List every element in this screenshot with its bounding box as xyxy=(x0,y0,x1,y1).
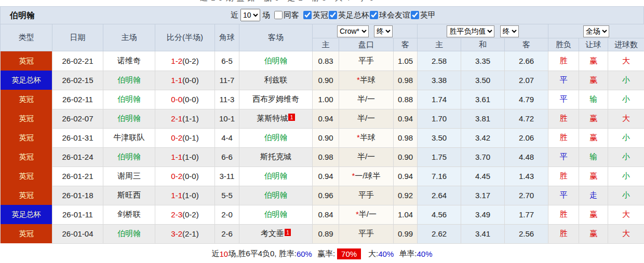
league-checkbox-yingguan[interactable] xyxy=(303,11,312,19)
handicap-text: 半球 xyxy=(360,133,375,142)
sub-header-let: 让球 xyxy=(579,38,608,51)
result-goals: 小 xyxy=(608,90,644,109)
league-checkbox-yingjia[interactable] xyxy=(411,11,419,19)
fulltime-score: 1-1 xyxy=(171,153,182,161)
same-opponent-label: 同客 xyxy=(284,10,299,20)
result-goals: 大 xyxy=(608,51,644,71)
result-wdl: 平 xyxy=(548,90,579,109)
col-header-corner: 角球 xyxy=(215,24,239,51)
league-label-yingguan: 英冠 xyxy=(313,10,328,20)
halftime-score: (2-1) xyxy=(182,229,199,238)
corners: 4-4 xyxy=(215,128,239,147)
table-row: 英冠 26-01-04 伯明翰 3-2(2-1) 2-6 考文垂1 0.89 平… xyxy=(1,224,644,243)
fulltime-score: 0-0 xyxy=(171,95,182,104)
league-checkbox-friendly[interactable] xyxy=(370,11,378,19)
recent-label: 近 xyxy=(231,10,238,20)
away-team-name: 利兹联 xyxy=(264,75,288,84)
odds-away: 0.94 xyxy=(394,109,418,128)
handicap-rate-label: 赢率: xyxy=(317,249,335,259)
odds-away: 0.98 xyxy=(394,71,418,90)
league-badge: 英冠 xyxy=(1,167,52,186)
corners: 5-5 xyxy=(215,186,239,205)
match-count-select[interactable]: 10 xyxy=(240,9,260,21)
result-goals: 小 xyxy=(608,71,644,90)
league-checkbox-facup[interactable] xyxy=(329,11,337,19)
odds-home: 0.94 xyxy=(313,109,339,128)
match-date: 26-01-04 xyxy=(52,224,103,243)
odds-time-select[interactable]: 终 xyxy=(374,25,393,37)
home-team: 剑桥联 xyxy=(103,205,155,224)
table-row: 英足总杯 26-01-11 剑桥联 2-3(0-2) 2-0 伯明翰 0.84 … xyxy=(1,205,644,224)
scope-select[interactable]: 全场 xyxy=(583,25,609,37)
home-team: 伯明翰 xyxy=(103,147,155,167)
table-row: 英冠 26-02-11 伯明翰 0-0(0-0) 11-3 西布罗姆维奇 1.0… xyxy=(1,90,644,109)
halftime-score: (1-1) xyxy=(182,114,199,123)
away-team: 考文垂1 xyxy=(239,224,313,243)
home-team: 谢周三 xyxy=(103,167,155,186)
league-badge: 英足总杯 xyxy=(1,71,52,90)
odds-source-select[interactable]: Crow* xyxy=(337,25,369,37)
handicap: 平手 xyxy=(339,51,394,71)
halftime-score: (0-0) xyxy=(182,76,199,85)
odds-away: 1.04 xyxy=(394,205,418,224)
fulltime-score: 2-3 xyxy=(171,210,182,219)
team-title: 伯明翰 xyxy=(10,10,35,21)
sub-header-odds-home: 主 xyxy=(313,38,339,51)
sub-header-odds-away: 客 xyxy=(394,38,418,51)
corners: 6-6 xyxy=(215,147,239,167)
avg-home: 4.56 xyxy=(418,205,461,224)
away-team-name: 考文垂 xyxy=(261,229,284,238)
avg-home: 1.70 xyxy=(418,109,461,128)
col-header-score: 比分(半场) xyxy=(155,24,215,51)
handicap: *半球 xyxy=(339,128,394,147)
handicap-text: 一/球半 xyxy=(355,171,380,180)
rank-badge: 1 xyxy=(288,114,294,121)
home-team: 伯明翰 xyxy=(103,90,155,109)
avg-draw: 3.81 xyxy=(461,109,505,128)
table-row: 英冠 26-01-24 伯明翰 1-1(1-0) 6-6 斯托克城 0.98 半… xyxy=(1,147,644,167)
avg-draw: 3.50 xyxy=(461,71,505,90)
away-team: 伯明翰 xyxy=(239,186,313,205)
scope-group: 全场 xyxy=(548,24,644,38)
away-team: 利兹联 xyxy=(239,71,313,90)
fulltime-score: 3-2 xyxy=(171,229,182,238)
table-row: 英冠 26-02-07 伯明翰 2-1(1-1) 10-1 莱斯特城1 0.94… xyxy=(1,109,644,128)
league-badge: 英冠 xyxy=(1,128,52,147)
match-history-table: 类型 日期 主场 比分(半场) 角球 客场 Crow* 终 胜平负均值 终 全场… xyxy=(0,24,644,244)
result-handicap: 赢 xyxy=(579,128,608,147)
match-date: 26-02-15 xyxy=(52,71,103,90)
result-handicap: 输 xyxy=(579,147,608,167)
avg-draw: 3.41 xyxy=(461,224,505,243)
halftime-score: (1-0) xyxy=(182,153,199,161)
handicap: 半/一 xyxy=(339,90,394,109)
league-label-facup: 英足总杯 xyxy=(338,10,369,20)
result-goals: 小 xyxy=(608,147,644,167)
avg-time-select[interactable]: 终 xyxy=(500,25,519,37)
match-date: 26-01-21 xyxy=(52,167,103,186)
result-handicap: 赢 xyxy=(579,51,608,71)
result-handicap: 赢 xyxy=(579,224,608,243)
odds-home: 0.89 xyxy=(313,224,339,243)
odds-home: 0.96 xyxy=(313,186,339,205)
summary-bar: 近10场,胜6平4负0, 胜率:60%赢率:70%大:40%单率:40% xyxy=(0,244,644,263)
avg-home: 2.62 xyxy=(418,224,461,243)
col-header-away: 客场 xyxy=(239,24,313,51)
filter-toolbar: 伯明翰 近 10 场 同客 英冠 英足总杯 球会友谊 英甲 xyxy=(0,6,644,24)
odds-home: 0.90 xyxy=(313,71,339,90)
avg-type-select[interactable]: 胜平负均值 xyxy=(447,25,494,37)
match-date: 26-02-21 xyxy=(52,51,103,71)
score-cell: 1-1(1-0) xyxy=(155,147,215,167)
summary-text: 近 xyxy=(211,249,219,259)
away-team-name: 莱斯特城 xyxy=(257,114,288,122)
away-team-name: 伯明翰 xyxy=(264,171,288,180)
result-wdl: 胜 xyxy=(548,128,579,147)
odds-away: 0.88 xyxy=(394,90,418,109)
result-handicap: 赢 xyxy=(579,71,608,90)
avg-draw: 3.35 xyxy=(461,51,505,71)
league-label-yingjia: 英甲 xyxy=(420,10,436,20)
handicap-text: 平手 xyxy=(358,229,374,238)
same-opponent-checkbox[interactable] xyxy=(274,11,283,19)
score-cell: 2-3(0-2) xyxy=(155,205,215,224)
handicap: *一/球半 xyxy=(339,167,394,186)
league-badge: 英冠 xyxy=(1,224,52,243)
